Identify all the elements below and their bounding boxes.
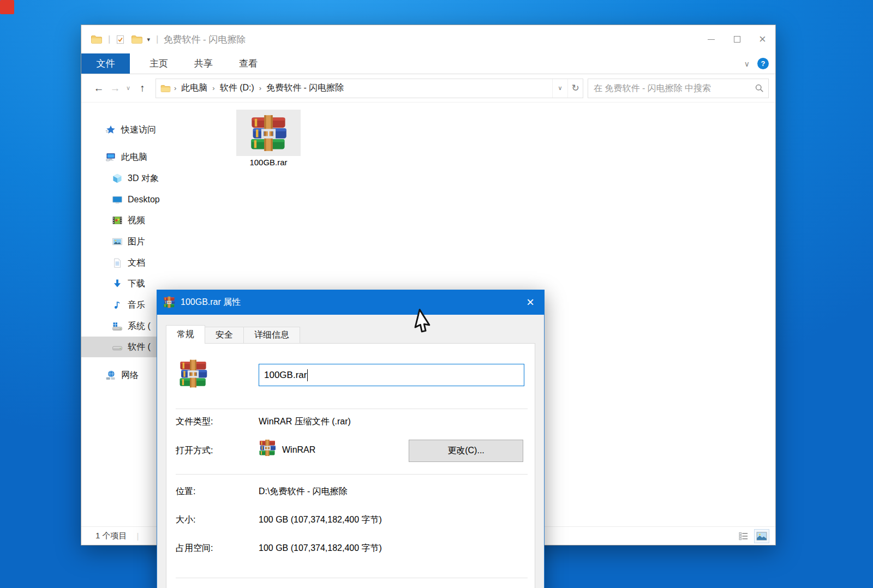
- large-icons-view-icon: [756, 532, 767, 541]
- minimize-button[interactable]: [698, 25, 724, 53]
- qat-new-folder-icon[interactable]: [131, 34, 143, 45]
- tab-share[interactable]: 共享: [181, 53, 226, 74]
- sidebar-item-label: 此电脑: [121, 152, 147, 163]
- search-box[interactable]: [588, 79, 769, 98]
- sidebar-item-label: 文档: [128, 257, 145, 269]
- window-controls: ×: [698, 25, 775, 53]
- file-type-value: WinRAR 压缩文件 (.rar): [259, 416, 351, 428]
- sidebar-item-this-pc[interactable]: 此电脑: [81, 147, 230, 167]
- close-icon: ×: [527, 295, 534, 310]
- size-on-disk-value: 100 GB (107,374,182,400 字节): [259, 543, 382, 554]
- winrar-app-icon: [259, 439, 276, 457]
- music-icon: [112, 299, 123, 310]
- winrar-archive-icon: [178, 359, 208, 388]
- address-bar[interactable]: › 此电脑 › 软件 (D:) › 免费软件 - 闪电擦除 ∨ ↻: [156, 79, 583, 98]
- minimize-icon: [708, 39, 715, 40]
- maximize-button[interactable]: [724, 25, 750, 53]
- sidebar-item-label: 系统 (: [128, 321, 151, 332]
- window-title: 免费软件 - 闪电擦除: [163, 33, 246, 46]
- sidebar-item-label: Desktop: [128, 195, 160, 205]
- up-button[interactable]: ↑: [134, 82, 151, 94]
- sidebar-item-quick-access[interactable]: 快速访问: [81, 119, 230, 140]
- file-type-label: 文件类型:: [176, 416, 213, 428]
- location-label: 位置:: [176, 486, 195, 497]
- item-count: 1 个项目: [95, 531, 127, 541]
- tab-security[interactable]: 安全: [205, 327, 244, 344]
- status-separator: |: [137, 531, 139, 541]
- mouse-cursor: [409, 308, 433, 334]
- file-item-selection: [236, 110, 301, 156]
- divider: [176, 578, 528, 578]
- dialog-close-button[interactable]: ×: [516, 290, 545, 315]
- tab-view[interactable]: 查看: [226, 53, 271, 74]
- sidebar-item-label: 下载: [128, 278, 145, 290]
- location-value: D:\免费软件 - 闪电擦除: [259, 486, 348, 497]
- sidebar-item-desktop[interactable]: Desktop: [81, 189, 230, 210]
- text-caret: [307, 369, 308, 381]
- explorer-titlebar: | ▾ | 免费软件 - 闪电擦除 ×: [81, 25, 775, 53]
- dialog-titlebar[interactable]: 100GB.rar 属性 ×: [157, 290, 545, 315]
- desktop-icon: [112, 194, 123, 205]
- breadcrumb-drive-d[interactable]: 软件 (D:): [215, 82, 259, 94]
- sidebar-item-label: 软件 (: [128, 341, 151, 353]
- open-with-label: 打开方式:: [176, 445, 213, 457]
- sidebar-item-label: 快速访问: [121, 124, 156, 136]
- general-tab-panel: 100GB.rar 文件类型: WinRAR 压缩文件 (.rar) 打开方式:…: [166, 343, 535, 588]
- sidebar-item-label: 音乐: [128, 299, 145, 311]
- tab-general[interactable]: 常规: [166, 325, 205, 344]
- desktop-icon-partial: [0, 0, 14, 14]
- properties-dialog: 100GB.rar 属性 × 常规 安全 详细信息 100GB.rar 文件类型…: [157, 290, 545, 588]
- downloads-icon: [112, 278, 123, 289]
- address-dropdown-icon[interactable]: ∨: [552, 79, 567, 98]
- large-icons-view-button[interactable]: [755, 530, 769, 543]
- documents-icon: [112, 257, 123, 268]
- refresh-icon[interactable]: ↻: [567, 79, 583, 98]
- recent-locations-dropdown-icon[interactable]: ∨: [123, 85, 134, 92]
- breadcrumb-this-pc[interactable]: 此电脑: [176, 82, 212, 94]
- ribbon-tab-bar: 文件 主页 共享 查看 ∨ ?: [81, 53, 775, 74]
- titlebar-separator: |: [108, 34, 110, 45]
- open-with-value: WinRAR: [282, 445, 315, 455]
- winrar-archive-icon: [163, 296, 175, 308]
- file-item[interactable]: 100GB.rar: [236, 110, 301, 171]
- close-button[interactable]: ×: [750, 25, 775, 53]
- pictures-icon: [112, 236, 123, 247]
- file-item-label: 100GB.rar: [231, 158, 306, 167]
- change-button[interactable]: 更改(C)...: [409, 440, 523, 462]
- back-button[interactable]: ←: [90, 82, 107, 94]
- forward-button[interactable]: →: [107, 82, 123, 94]
- tab-details[interactable]: 详细信息: [244, 327, 300, 344]
- network-icon: [105, 370, 116, 381]
- dialog-title: 100GB.rar 属性: [181, 297, 241, 308]
- qat-customize-dropdown-icon[interactable]: ▾: [147, 36, 150, 43]
- filename-input[interactable]: 100GB.rar: [259, 364, 524, 386]
- sidebar-item-label: 网络: [121, 370, 139, 381]
- search-input[interactable]: [594, 83, 755, 93]
- filename-value: 100GB.rar: [264, 370, 307, 381]
- details-view-button[interactable]: [737, 530, 751, 543]
- size-label: 大小:: [176, 514, 195, 526]
- maximize-icon: [734, 36, 740, 43]
- sidebar-item-videos[interactable]: 视频: [81, 210, 230, 231]
- sidebar-item-label: 视频: [128, 215, 145, 226]
- sidebar-item-label: 3D 对象: [128, 173, 159, 184]
- sidebar-item-documents[interactable]: 文档: [81, 253, 230, 273]
- tab-home[interactable]: 主页: [136, 53, 181, 74]
- dialog-tab-bar: 常规 安全 详细信息: [166, 325, 300, 344]
- sidebar-item-pictures[interactable]: 图片: [81, 231, 230, 252]
- system-drive-icon: [112, 321, 123, 332]
- this-pc-icon: [105, 152, 116, 163]
- breadcrumb-current-folder[interactable]: 免费软件 - 闪电擦除: [261, 82, 349, 94]
- ribbon-collapse-icon[interactable]: ∨: [744, 59, 750, 68]
- app-folder-icon: [91, 34, 103, 45]
- qat-properties-icon[interactable]: [116, 34, 128, 45]
- search-icon: [755, 83, 764, 93]
- details-view-icon: [739, 532, 749, 541]
- sidebar-item-label: 图片: [128, 236, 145, 248]
- data-drive-icon: [112, 341, 123, 352]
- divider: [176, 474, 528, 475]
- help-button[interactable]: ?: [757, 58, 769, 69]
- sidebar-item-3d-objects[interactable]: 3D 对象: [81, 168, 230, 189]
- address-folder-icon: [160, 84, 171, 93]
- tab-file[interactable]: 文件: [81, 53, 130, 74]
